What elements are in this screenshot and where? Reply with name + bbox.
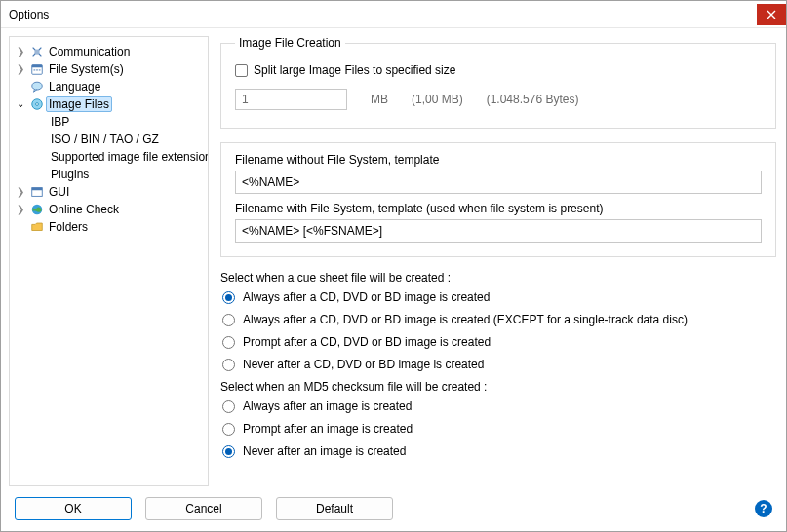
radio-icon[interactable] (222, 314, 235, 326)
chevron-right-icon[interactable]: ❯ (14, 47, 27, 57)
filename-template-group: Filename without File System, template F… (220, 142, 776, 257)
split-unit-label: MB (371, 93, 388, 106)
tree-item-iso-bin-tao-gz[interactable]: ISO / BIN / TAO / GZ (10, 131, 208, 148)
split-size-input[interactable] (235, 89, 347, 110)
tree-scrollbar[interactable] (10, 470, 208, 485)
svg-rect-2 (32, 65, 43, 68)
close-button[interactable] (757, 4, 786, 25)
tree-item-label: IBP (49, 115, 71, 129)
cue-option-1[interactable]: Always after a CD, DVD or BD image is cr… (222, 313, 776, 326)
folder-icon (29, 220, 45, 234)
tree-item-communication[interactable]: ❯ Communication (10, 43, 208, 60)
globe-icon (29, 203, 45, 216)
tree-item-filesystems[interactable]: ❯ File System(s) (10, 60, 208, 78)
radio-label: Prompt after a CD, DVD or BD image is cr… (243, 335, 491, 349)
button-label: Default (316, 502, 353, 515)
calendar-icon (29, 62, 45, 76)
chevron-right-icon[interactable]: ❯ (14, 64, 27, 74)
radio-icon[interactable] (222, 423, 235, 436)
svg-rect-3 (34, 69, 36, 71)
svg-point-6 (32, 82, 43, 90)
category-tree[interactable]: ❯ Communication ❯ File System(s) (10, 43, 208, 470)
tree-item-ibp[interactable]: IBP (10, 113, 208, 131)
tree-item-label: Supported image file extensions (49, 150, 208, 164)
tree-item-label: Online Check (47, 203, 121, 216)
options-dialog: Options ❯ Communication ❯ (0, 0, 787, 532)
cue-section-label: Select when a cue sheet file will be cre… (220, 271, 776, 285)
button-label: OK (64, 502, 81, 515)
cue-option-3[interactable]: Never after a CD, DVD or BD image is cre… (222, 358, 776, 371)
split-checkbox[interactable] (235, 64, 248, 77)
cue-option-0[interactable]: Always after a CD, DVD or BD image is cr… (222, 290, 776, 304)
dialog-footer: OK Cancel Default ? (1, 486, 786, 531)
chevron-right-icon[interactable]: ❯ (14, 187, 27, 197)
filename-nofs-input[interactable] (235, 171, 762, 194)
filename-nofs-label: Filename without File System, template (235, 153, 762, 167)
tree-item-onlinecheck[interactable]: ❯ Online Check (10, 201, 208, 218)
tree-item-label: File System(s) (47, 62, 126, 76)
help-button[interactable]: ? (755, 500, 772, 517)
satellite-icon (29, 45, 45, 58)
svg-rect-10 (32, 188, 43, 191)
radio-icon[interactable] (222, 291, 235, 304)
md5-option-2[interactable]: Never after an image is created (222, 444, 776, 458)
tree-item-imagefiles[interactable]: ⌄ Image Files (10, 95, 208, 113)
window-icon (29, 185, 45, 199)
radio-label: Prompt after an image is created (243, 422, 413, 436)
radio-icon[interactable] (222, 445, 235, 458)
button-label: Cancel (185, 502, 221, 515)
group-title: Image File Creation (235, 36, 345, 50)
cancel-button[interactable]: Cancel (145, 497, 262, 520)
split-human-label: (1,00 MB) (412, 93, 463, 106)
tree-item-gui[interactable]: ❯ GUI (10, 183, 208, 201)
chevron-right-icon[interactable]: ❯ (14, 205, 27, 214)
bubble-icon (29, 80, 45, 94)
tree-item-label: Language (47, 80, 102, 94)
tree-item-label: Folders (47, 220, 90, 234)
tree-item-label: Plugins (49, 168, 91, 181)
split-bytes-label: (1.048.576 Bytes) (487, 93, 579, 106)
titlebar: Options (1, 1, 786, 28)
md5-option-0[interactable]: Always after an image is created (222, 399, 776, 413)
settings-content: Image File Creation Split large Image Fi… (209, 36, 776, 486)
window-title: Options (9, 8, 757, 21)
chevron-down-icon[interactable]: ⌄ (14, 99, 27, 109)
svg-rect-4 (36, 69, 38, 71)
ok-button[interactable]: OK (15, 497, 132, 520)
tree-item-language[interactable]: Language (10, 78, 208, 95)
tree-item-label: Communication (47, 45, 132, 58)
disc-icon (29, 97, 45, 111)
split-checkbox-label: Split large Image Files to specified siz… (254, 63, 455, 77)
svg-point-8 (36, 103, 39, 106)
filename-fs-input[interactable] (235, 219, 762, 243)
tree-item-label: Image Files (46, 96, 112, 112)
default-button[interactable]: Default (276, 497, 393, 520)
radio-label: Always after a CD, DVD or BD image is cr… (243, 290, 490, 304)
radio-label: Always after an image is created (243, 399, 412, 413)
radio-icon[interactable] (222, 359, 235, 371)
tree-item-label: GUI (47, 185, 71, 199)
tree-item-folders[interactable]: Folders (10, 218, 208, 236)
radio-label: Always after a CD, DVD or BD image is cr… (243, 313, 688, 326)
radio-icon[interactable] (222, 336, 235, 349)
md5-option-1[interactable]: Prompt after an image is created (222, 422, 776, 436)
svg-rect-5 (39, 69, 41, 71)
filename-fs-label: Filename with File System, template (use… (235, 202, 762, 215)
cue-option-2[interactable]: Prompt after a CD, DVD or BD image is cr… (222, 335, 776, 349)
tree-item-plugins[interactable]: Plugins (10, 166, 208, 183)
radio-label: Never after an image is created (243, 444, 406, 458)
image-file-creation-group: Image File Creation Split large Image Fi… (220, 36, 776, 129)
md5-section-label: Select when an MD5 checksum file will be… (220, 380, 776, 394)
category-tree-panel: ❯ Communication ❯ File System(s) (9, 36, 209, 486)
radio-label: Never after a CD, DVD or BD image is cre… (243, 358, 484, 371)
radio-icon[interactable] (222, 400, 235, 413)
tree-item-supported-extensions[interactable]: Supported image file extensions (10, 148, 208, 166)
tree-item-label: ISO / BIN / TAO / GZ (49, 133, 161, 146)
